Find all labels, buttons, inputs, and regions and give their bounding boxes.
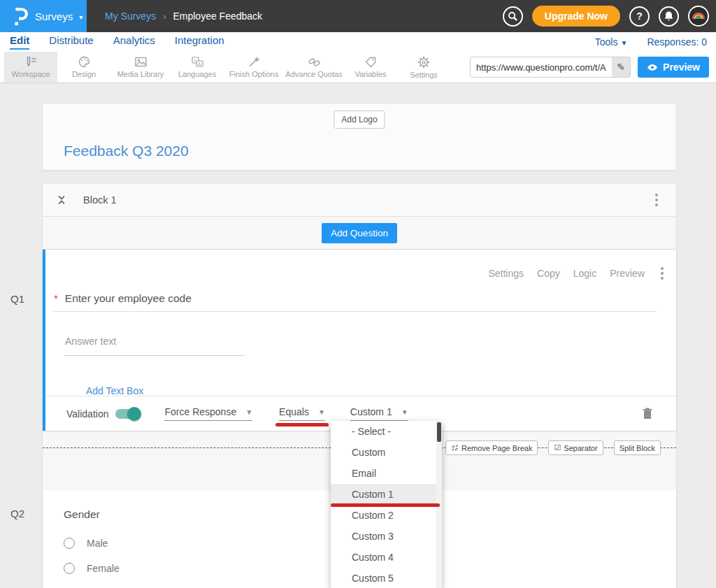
add-question-button[interactable]: Add Question	[322, 223, 397, 243]
answer-text-field[interactable]: Answer text	[65, 335, 244, 356]
add-question-strip: Add Question	[43, 217, 676, 250]
image-icon	[134, 56, 148, 68]
toolbar-item-advance-quotas[interactable]: Advance Quotas	[284, 52, 344, 83]
survey-header-card: Add Logo Feedback Q3 2020	[42, 103, 677, 171]
force-response-dropdown[interactable]: Force Response ▼	[164, 406, 252, 421]
tab-analytics[interactable]: Analytics	[113, 34, 155, 50]
toolbar-item-settings[interactable]: Settings	[397, 52, 450, 83]
add-text-box-link[interactable]: Add Text Box	[86, 385, 143, 396]
question-settings-link[interactable]: Settings	[488, 268, 524, 279]
breadcrumb-current-survey: Employee Feedback	[173, 10, 262, 22]
product-menu[interactable]: Surveys ▾	[0, 0, 87, 32]
survey-title[interactable]: Feedback Q3 2020	[64, 143, 189, 159]
toolbar-item-workspace[interactable]: Workspace	[4, 52, 57, 83]
broken-link-icon	[451, 444, 459, 452]
search-icon	[508, 11, 518, 22]
dropdown-option-email[interactable]: Email	[331, 463, 442, 484]
question-text-row: * Enter your employee code	[54, 292, 657, 312]
search-button[interactable]	[503, 6, 523, 27]
toolbar-label: Finish Options	[229, 70, 278, 78]
separator-button[interactable]: ☑ Separator	[548, 440, 603, 455]
question-text-q1[interactable]: Enter your employee code	[65, 292, 192, 305]
question-action-menu: Settings Copy Logic Preview	[45, 250, 676, 282]
toolbar-label: Variables	[355, 70, 386, 78]
question-number-q2: Q2	[10, 508, 24, 519]
question-preview-link[interactable]: Preview	[610, 268, 645, 279]
block-header: Block 1	[43, 184, 676, 217]
dropdown-option-custom3[interactable]: Custom 3	[331, 526, 442, 547]
tab-distribute[interactable]: Distribute	[49, 34, 93, 50]
notifications-button[interactable]	[659, 6, 679, 27]
tag-icon	[364, 56, 378, 68]
dropdown-option-custom2[interactable]: Custom 2	[331, 505, 442, 526]
toolbar-item-languages[interactable]: A x Languages	[171, 52, 224, 83]
answer-option-label: Female	[87, 563, 120, 574]
dropdown-option-custom[interactable]: Custom	[331, 442, 442, 463]
workspace-icon	[24, 56, 38, 68]
breadcrumb-my-surveys[interactable]: My Surveys	[105, 10, 156, 22]
toolbar-label: Design	[72, 70, 96, 78]
add-logo-button[interactable]: Add Logo	[334, 110, 385, 129]
caret-down-icon: ▼	[245, 408, 252, 416]
upgrade-now-button[interactable]: Upgrade Now	[532, 6, 620, 27]
kebab-icon	[661, 267, 664, 270]
help-button[interactable]: ?	[629, 6, 650, 27]
toolbar-item-design[interactable]: Design	[57, 52, 110, 83]
dropdown-option-custom5[interactable]: Custom 5	[331, 568, 442, 588]
tab-edit[interactable]: Edit	[10, 34, 29, 50]
eye-icon	[647, 64, 658, 71]
survey-url-group: ✎	[470, 57, 631, 78]
toolbar-item-media-library[interactable]: Media Library	[110, 52, 171, 83]
question-copy-link[interactable]: Copy	[537, 268, 560, 279]
force-response-value: Force Response	[164, 406, 236, 417]
radio-button-icon[interactable]	[64, 538, 75, 549]
dropdown-scrollbar-thumb[interactable]	[437, 422, 441, 442]
gear-icon	[417, 56, 430, 69]
user-avatar[interactable]	[688, 6, 709, 27]
responses-count[interactable]: Responses: 0	[647, 36, 707, 48]
block-menu-button[interactable]	[652, 191, 661, 209]
toolbar-label: Workspace	[12, 70, 50, 78]
remove-page-break-label: Remove Page Break	[461, 444, 533, 452]
top-header-bar: Surveys ▾ My Surveys › Employee Feedback…	[0, 0, 716, 32]
validation-toggle[interactable]	[115, 409, 139, 419]
toolbar-label: Settings	[410, 71, 438, 79]
preview-button[interactable]: Preview	[638, 57, 709, 78]
collapse-block-button[interactable]	[57, 194, 66, 206]
toggle-knob	[127, 407, 141, 421]
block-title[interactable]: Block 1	[83, 194, 117, 206]
nav-tabs: Edit Distribute Analytics Integration	[10, 34, 224, 50]
question-menu-button[interactable]	[658, 264, 666, 282]
split-block-button[interactable]: Split Block	[614, 440, 661, 455]
annotation-underline-equals	[275, 423, 329, 426]
answer-placeholder: Answer text	[65, 336, 116, 347]
svg-text:x: x	[194, 58, 196, 62]
dropdown-option-custom1[interactable]: Custom 1	[331, 484, 442, 505]
toolbar-label: Advance Quotas	[285, 70, 342, 78]
dropdown-option-custom4[interactable]: Custom 4	[331, 547, 442, 568]
survey-url-input[interactable]	[471, 57, 612, 77]
wand-icon	[248, 56, 261, 68]
question-logic-link[interactable]: Logic	[573, 268, 596, 279]
operator-dropdown[interactable]: Equals ▼	[279, 406, 325, 421]
chain-links-icon	[308, 56, 321, 68]
edit-url-pencil-icon[interactable]: ✎	[612, 62, 630, 73]
dropdown-option-select[interactable]: - Select -	[331, 421, 442, 442]
radio-button-icon[interactable]	[64, 563, 75, 574]
editor-toolbar: Workspace Design Media Library A x	[0, 52, 716, 83]
page-break-buttons: Remove Page Break ☑ Separator Split Bloc…	[445, 440, 661, 455]
question-card-q1: Settings Copy Logic Preview * Enter your…	[43, 250, 676, 431]
remove-page-break-button[interactable]: Remove Page Break	[445, 440, 538, 455]
delete-validation-button[interactable]	[643, 408, 652, 420]
translate-icon: A x	[191, 56, 204, 68]
validation-value-dropdown[interactable]: Custom 1 ▼	[350, 406, 408, 421]
tab-integration[interactable]: Integration	[175, 34, 224, 50]
toolbar-item-finish-options[interactable]: Finish Options	[224, 52, 284, 83]
tools-dropdown[interactable]: Tools▼	[595, 36, 628, 48]
validation-value-dropdown-menu: - Select - Custom Email Custom 1 Custom …	[331, 421, 442, 588]
caret-down-icon: ▼	[318, 408, 325, 416]
chevron-right-icon: ›	[163, 11, 166, 22]
toolbar-item-variables[interactable]: Variables	[344, 52, 397, 83]
toolbar-label: Media Library	[117, 70, 164, 78]
validation-label: Validation	[66, 408, 108, 420]
